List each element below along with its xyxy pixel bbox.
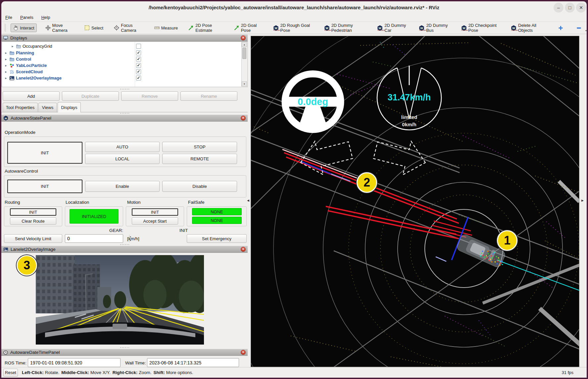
ros-time-field[interactable]	[28, 358, 121, 367]
right-splitter-collapse-icon[interactable]: ▶	[581, 199, 584, 202]
splitter-handle[interactable]	[1, 87, 248, 91]
duplicate-display-button[interactable]: Duplicate	[62, 91, 119, 101]
accept-start-button[interactable]: Accept Start	[132, 217, 178, 225]
autoware-control-state-button[interactable]: INIT	[7, 180, 82, 193]
minimize-button[interactable]: –	[554, 3, 564, 13]
rename-display-button[interactable]: Rename	[180, 91, 237, 101]
failsafe-state2-button[interactable]: NONE	[192, 217, 242, 224]
toolbar-grip[interactable]	[5, 24, 6, 32]
tool-2d-goal-pose[interactable]: 2D Goal Pose	[232, 22, 265, 34]
failsafe-label: FailSafe	[188, 200, 205, 205]
maximize-button[interactable]: □	[565, 3, 575, 13]
wall-time-field[interactable]	[147, 358, 239, 367]
splitter-handle[interactable]	[1, 112, 248, 114]
expand-chevron-icon[interactable]: ▸	[11, 44, 15, 48]
send-velocity-limit-button[interactable]: Send Velocity Limit	[4, 234, 62, 243]
tool-2d-dummy-bus[interactable]: W 2D Dummy Bus Autoware	[417, 22, 452, 34]
annotation-badge-1: 1	[497, 230, 517, 251]
speed-value: 31.47km/h	[374, 92, 444, 103]
expand-chevron-icon[interactable]: ▸	[4, 51, 8, 55]
tool-interact[interactable]: Interact	[11, 24, 36, 32]
scroll-thumb[interactable]	[242, 48, 246, 59]
checkbox-yablocparticle[interactable]: ✓	[136, 63, 141, 68]
menu-file[interactable]: File	[5, 15, 12, 20]
remote-button[interactable]: REMOTE	[162, 154, 237, 164]
add-display-button[interactable]: Add	[3, 91, 60, 101]
routing-state-button[interactable]: INIT	[10, 208, 56, 216]
clear-route-button[interactable]: Clear Route	[10, 217, 56, 225]
velocity-limit-input[interactable]	[65, 235, 129, 243]
checkbox-lanelet2overlayimage[interactable]: ✓	[136, 76, 141, 81]
displays-panel-header[interactable]: Displays ✕	[1, 34, 248, 41]
tool-2d-dummy-car[interactable]: W 2D Dummy Car Autoware	[375, 22, 410, 34]
auto-button[interactable]: AUTO	[85, 142, 160, 152]
scroll-down-icon[interactable]: ▼	[242, 81, 247, 86]
checkbox-control[interactable]: ✓	[136, 57, 141, 62]
tree-scrollbar[interactable]: ▲ ▼	[241, 42, 247, 86]
tree-row-control[interactable]: ▸ Control ✓	[2, 56, 247, 62]
expand-chevron-icon[interactable]: ▸	[4, 57, 8, 61]
tree-row-occupancygrid[interactable]: ▸ OccupancyGrid	[2, 43, 247, 49]
tool-move-camera[interactable]: Move Camera	[43, 22, 76, 34]
expand-chevron-icon[interactable]: ▸	[4, 70, 8, 74]
checkbox-scoredcloud[interactable]: ✓	[136, 69, 141, 74]
failsafe-state1-button[interactable]: NONE	[192, 208, 242, 215]
displays-close-icon[interactable]: ✕	[241, 35, 246, 40]
checkbox-planning[interactable]: ✓	[136, 50, 141, 55]
state-panel-close-icon[interactable]: ✕	[241, 116, 246, 121]
3d-viewport[interactable]: 0.0deg 31.47km/h limited 0km/h 1 2	[251, 36, 579, 367]
expand-chevron-icon[interactable]: ▸	[4, 64, 8, 67]
tab-tool-properties[interactable]: Tool Properties	[3, 103, 38, 112]
add-tool-button[interactable]	[556, 24, 565, 32]
datetime-panel-close-icon[interactable]: ✕	[241, 350, 246, 355]
stop-button[interactable]: STOP	[162, 142, 237, 152]
tool-2d-rough-goal-pose[interactable]: W 2D Rough Goal Pose Autoware	[271, 22, 316, 34]
svg-text:W: W	[5, 117, 7, 120]
tool-select[interactable]: Select	[82, 24, 105, 32]
toolbar-overflow-chevron-icon[interactable]: ▾	[585, 29, 587, 32]
gear-label: GEAR:	[101, 228, 123, 233]
disable-button[interactable]: Disable	[162, 181, 237, 192]
tree-row-planning[interactable]: ▸ Planning ✓	[2, 50, 247, 56]
tool-delete-all-objects[interactable]: W Delete All Objects Autoware	[509, 22, 548, 34]
tab-displays[interactable]: Displays	[58, 102, 81, 112]
ros-time-label: ROS Time:	[5, 360, 26, 365]
tool-2d-dummy-pedestrian[interactable]: W 2D Dummy Pedestrian Autoware	[322, 22, 369, 34]
set-emergency-button[interactable]: Set Emergency	[187, 234, 247, 243]
splitter-handle[interactable]	[1, 244, 248, 245]
image-panel-close-icon[interactable]: ✕	[241, 247, 246, 252]
motion-state-button[interactable]: INIT	[132, 208, 178, 216]
image-panel-header[interactable]: Lanelet2OverlayImage ✕	[1, 246, 248, 253]
close-button[interactable]: ✕	[576, 3, 586, 13]
tree-row-lanelet2overlayimage[interactable]: ▸ Lanelet2OverlayImage ✓	[2, 75, 247, 81]
local-button[interactable]: LOCAL	[85, 154, 160, 164]
tool-2d-pose-estimate[interactable]: 2D Pose Estimate	[186, 22, 225, 34]
splitter-handle[interactable]	[1, 347, 248, 349]
tool-2d-checkpoint-pose[interactable]: W 2D Checkpoint Pose Autoware	[459, 22, 502, 34]
velocity-limit-spinner[interactable]: ▲▼	[65, 234, 123, 243]
scroll-up-icon[interactable]: ▲	[242, 42, 247, 47]
tree-row-scoredcloud[interactable]: ▸ ScoredCloud ✓	[2, 69, 247, 75]
tab-views[interactable]: Views	[38, 103, 57, 112]
routing-label: Routing	[5, 200, 20, 205]
menu-panels[interactable]: Panels	[20, 15, 33, 20]
checkbox-occupancygrid[interactable]	[136, 44, 141, 49]
menubar: File Panels Help	[1, 13, 587, 22]
titlebar[interactable]: /home/kentoyabuuchi2/Projects/yabloc_aut…	[1, 1, 587, 13]
state-panel-header[interactable]: W AutowareStatePanel ✕	[1, 115, 248, 122]
left-splitter-collapse-icon[interactable]: ◀	[247, 199, 249, 202]
tool-measure[interactable]: Measure	[152, 24, 180, 32]
menu-help[interactable]: Help	[41, 15, 50, 20]
tool-focus-camera[interactable]: Focus Camera	[112, 22, 146, 34]
reset-button[interactable]: Reset	[3, 369, 18, 377]
monitor-icon	[3, 36, 8, 40]
enable-button[interactable]: Enable	[85, 181, 160, 192]
operation-mode-state-button[interactable]: INIT	[7, 142, 82, 164]
tree-row-yablocparticle[interactable]: ▸ YabLocParticle ✓	[2, 62, 247, 69]
remove-tool-button[interactable]	[574, 24, 583, 32]
expand-chevron-icon[interactable]: ▸	[4, 76, 8, 80]
pointcloud-icon	[9, 70, 15, 74]
remove-display-button[interactable]: Remove	[121, 91, 178, 101]
localization-state-button[interactable]: INITIALIZED	[70, 209, 119, 224]
datetime-panel-header[interactable]: AutowareDateTimePanel ✕	[1, 349, 248, 356]
